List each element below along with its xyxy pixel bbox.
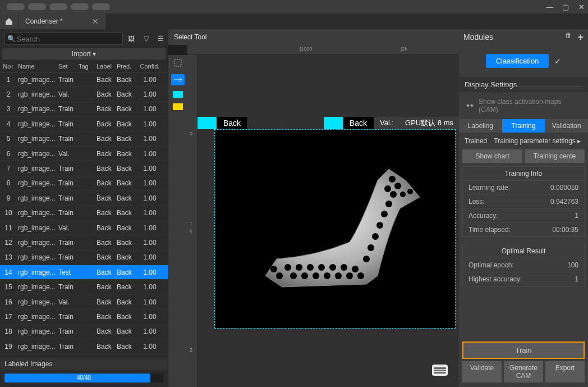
display-settings-header: Display Settings: [459, 77, 588, 92]
cell-no: 4: [0, 120, 17, 128]
tab-validation[interactable]: Validation: [545, 119, 588, 133]
cell-label: Back: [95, 224, 116, 232]
cell-label: Back: [95, 135, 116, 143]
ruler-left: 0 1 k 2: [187, 55, 197, 387]
cell-name: rgb_image...: [17, 105, 57, 113]
swatch-cyan[interactable]: [173, 91, 183, 98]
svg-point-22: [394, 183, 401, 189]
table-row[interactable]: 11rgb_image...Val.BackBack1.00: [0, 221, 168, 235]
training-center-button[interactable]: Training cente: [525, 149, 585, 163]
glasses-icon: 👓: [466, 102, 474, 110]
svg-point-8: [290, 272, 297, 279]
svg-point-19: [381, 211, 388, 217]
select-tool[interactable]: [171, 57, 185, 69]
export-button[interactable]: Export: [545, 361, 585, 383]
ruler-tick-1000: |1000: [300, 46, 312, 52]
svg-rect-0: [174, 60, 181, 66]
swatch-yellow[interactable]: [173, 103, 183, 110]
table-row[interactable]: 18rgb_image...TrainBackBack1.00: [0, 325, 168, 339]
cell-set: Train: [57, 165, 77, 172]
col-name[interactable]: Name: [17, 63, 57, 70]
keyboard-icon[interactable]: [432, 365, 448, 376]
table-row[interactable]: 12rgb_image...TrainBackBack1.00: [0, 235, 168, 250]
trash-icon[interactable]: 🗑: [565, 31, 572, 43]
tab-labeling[interactable]: Labeling: [459, 119, 502, 133]
table-row[interactable]: 5rgb_image...TrainBackBack1.00: [0, 132, 168, 147]
maximize-button[interactable]: ▢: [561, 3, 570, 11]
cell-label: Back: [95, 313, 116, 321]
table-row[interactable]: 4rgb_image...TrainBackBack1.00: [0, 117, 168, 131]
add-icon[interactable]: +: [577, 31, 584, 43]
table-row[interactable]: 7rgb_image...TrainBackBack1.00: [0, 161, 168, 176]
table-row[interactable]: 14rgb_image...TestBackBack1.00: [0, 265, 168, 280]
cam-toggle[interactable]: 👓 Show class activation maps (CAM): [459, 92, 588, 119]
tab-condenser[interactable]: Condenser * ✕: [19, 13, 105, 29]
svg-point-4: [318, 264, 325, 271]
table-row[interactable]: 10rgb_image...TrainBackBack1.00: [0, 206, 168, 221]
tab-training[interactable]: Training: [502, 119, 545, 133]
loss-value: 0.942763: [550, 198, 578, 206]
cell-conf: 1.00: [137, 90, 163, 98]
search-input[interactable]: [4, 33, 123, 45]
col-pred[interactable]: Pred.: [116, 63, 137, 70]
cell-name: rgb_image...: [17, 327, 57, 335]
cell-conf: 1.00: [137, 179, 163, 187]
svg-point-11: [324, 272, 330, 279]
lr-label: Learning rate:: [468, 184, 510, 192]
validate-button[interactable]: Validate: [462, 361, 502, 383]
table-row[interactable]: 16rgb_image...Val.BackBack1.00: [0, 295, 168, 309]
cell-conf: 1.00: [137, 194, 163, 202]
cell-set: Train: [57, 343, 77, 350]
table-row[interactable]: 2rgb_image...Val.BackBack1.00: [0, 87, 168, 102]
labeled-images-label: Labeled Images: [0, 358, 168, 370]
home-button[interactable]: [0, 13, 18, 29]
table-row[interactable]: 17rgb_image...TrainBackBack1.00: [0, 309, 168, 324]
acc-label: Accuracy:: [468, 212, 498, 220]
close-window-button[interactable]: ✕: [577, 3, 586, 11]
cell-set: Train: [57, 283, 77, 291]
table-row[interactable]: 8rgb_image...TrainBackBack1.00: [0, 176, 168, 191]
cell-label: Back: [95, 327, 116, 335]
filter-icon[interactable]: ▽: [141, 34, 151, 44]
table-row[interactable]: 9rgb_image...TrainBackBack1.00: [0, 191, 168, 206]
list-icon[interactable]: ☰: [155, 34, 166, 44]
module-row: Classification ✓: [465, 47, 582, 75]
cell-conf: 1.00: [137, 283, 163, 291]
import-button[interactable]: Import ▾: [2, 48, 166, 60]
table-row[interactable]: 6rgb_image...Val.BackBack1.00: [0, 147, 168, 161]
hacc-value: 1: [575, 275, 578, 283]
table-row[interactable]: 1rgb_image...TrainBackBack1.00: [0, 72, 168, 87]
col-label[interactable]: Label: [95, 63, 116, 70]
acc-value: 1: [575, 212, 578, 220]
part-image: [249, 163, 428, 298]
col-set[interactable]: Set: [57, 63, 77, 70]
svg-point-16: [368, 244, 374, 251]
home-icon: [4, 17, 13, 26]
canvas-area[interactable]: Back Back Val.: GPU默认 8 ms: [197, 55, 459, 387]
col-conf[interactable]: Confid.: [137, 63, 163, 70]
table-row[interactable]: 19rgb_image...TrainBackBack1.00: [0, 339, 168, 354]
tab-close-button[interactable]: ✕: [92, 17, 99, 26]
show-chart-button[interactable]: Show chart: [462, 149, 522, 163]
cell-pred: Back: [116, 194, 137, 202]
train-button[interactable]: Train: [462, 342, 585, 359]
generate-cam-button[interactable]: Generate CAM: [504, 361, 543, 383]
cell-label: Back: [95, 105, 116, 113]
ruler-tick-1k: k: [190, 228, 192, 234]
image-icon[interactable]: 🖼: [126, 34, 136, 44]
cell-conf: 1.00: [137, 76, 163, 84]
table-row[interactable]: 15rgb_image...TrainBackBack1.00: [0, 280, 168, 294]
svg-point-6: [341, 264, 347, 271]
minimize-button[interactable]: —: [545, 3, 554, 11]
table-row[interactable]: 3rgb_image...TrainBackBack1.00: [0, 102, 168, 117]
col-no[interactable]: No↑: [0, 63, 17, 70]
svg-point-2: [296, 264, 302, 271]
table-row[interactable]: 13rgb_image...TrainBackBack1.00: [0, 251, 168, 265]
training-params-link[interactable]: Training parameter settings ▸: [494, 137, 581, 145]
arrow-tool[interactable]: [171, 74, 185, 85]
classification-module[interactable]: Classification: [486, 54, 549, 68]
cell-set: Train: [57, 135, 77, 143]
pill-2: [28, 3, 46, 10]
cell-label: Back: [95, 165, 116, 172]
col-tag[interactable]: Tag: [77, 63, 95, 70]
